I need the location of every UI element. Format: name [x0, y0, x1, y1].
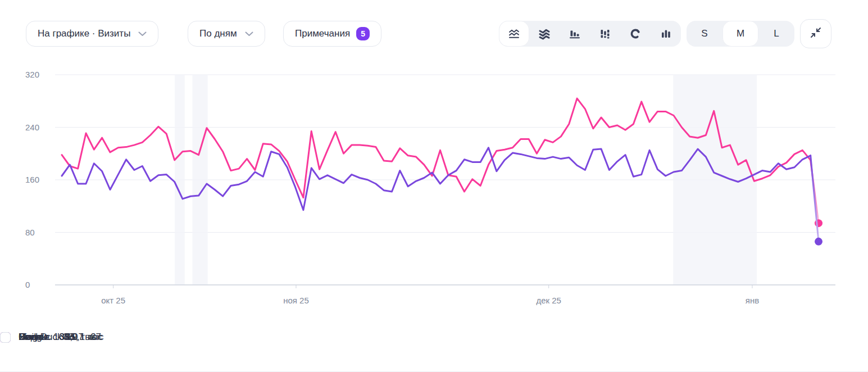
size-option-l[interactable]: L: [758, 21, 794, 47]
collapse-icon: [810, 26, 822, 41]
legend-value: 27: [90, 332, 101, 343]
x-axis-label: окт 25: [101, 296, 125, 305]
legend-item[interactable]: DuckDuckGo 27: [0, 332, 101, 343]
series-end-dot-Google: [815, 238, 822, 246]
chart-type-columns-button[interactable]: [651, 21, 681, 47]
y-axis-label: 80: [25, 228, 35, 237]
chart-type-switcher: [499, 21, 681, 47]
size-option-label: M: [737, 28, 744, 39]
legend-label: DuckDuckGo: [19, 332, 75, 343]
size-option-label: S: [701, 28, 707, 39]
notes-button-label: Примечания: [295, 28, 350, 39]
chart-type-stacked-bars-button[interactable]: [590, 21, 620, 47]
size-option-m[interactable]: M: [722, 21, 758, 47]
column-chart-icon: [660, 28, 672, 40]
grouping-selector-label: По дням: [199, 28, 237, 39]
notes-button[interactable]: Примечания 5: [283, 21, 381, 47]
visits-chart[interactable]: 080160240320окт 25ноя 25дек 25янв: [0, 0, 868, 372]
y-axis-label: 320: [25, 70, 39, 79]
chart-type-stacked-area-button[interactable]: [529, 21, 560, 47]
y-axis-label: 160: [25, 175, 39, 184]
x-axis-label: янв: [746, 296, 759, 305]
highlight-band: [175, 75, 185, 284]
collapse-widget-button[interactable]: [800, 19, 831, 48]
highlight-band: [192, 75, 207, 284]
chevron-down-icon: [138, 31, 147, 37]
notes-count-badge: 5: [356, 27, 370, 40]
grouping-selector-button[interactable]: По дням: [188, 21, 265, 47]
x-axis-label: ноя 25: [283, 296, 309, 305]
size-option-label: L: [774, 28, 779, 39]
chart-type-line-button[interactable]: [499, 21, 529, 47]
stacked-bar-chart-icon: [599, 28, 611, 40]
chart-type-pie-button[interactable]: [620, 21, 651, 47]
x-axis-label: дек 25: [536, 296, 561, 305]
size-option-s[interactable]: S: [687, 21, 722, 47]
metric-selector-label: На графике · Визиты: [38, 28, 130, 39]
stacked-area-chart-icon: [538, 28, 551, 40]
chart-type-bars-button[interactable]: [560, 21, 590, 47]
y-axis-label: 0: [25, 280, 30, 289]
chevron-down-icon: [245, 31, 253, 37]
line-chart-icon: [508, 28, 520, 40]
pie-chart-icon: [629, 28, 642, 40]
legend-checkbox[interactable]: [0, 332, 11, 343]
y-axis-label: 240: [25, 123, 39, 132]
chart-size-selector: S M L: [687, 21, 794, 47]
metric-selector-button[interactable]: На графике · Визиты: [26, 21, 158, 47]
metrika-visits-widget: 080160240320окт 25ноя 25дек 25янв На гра…: [0, 0, 868, 372]
bar-chart-icon: [569, 28, 581, 40]
